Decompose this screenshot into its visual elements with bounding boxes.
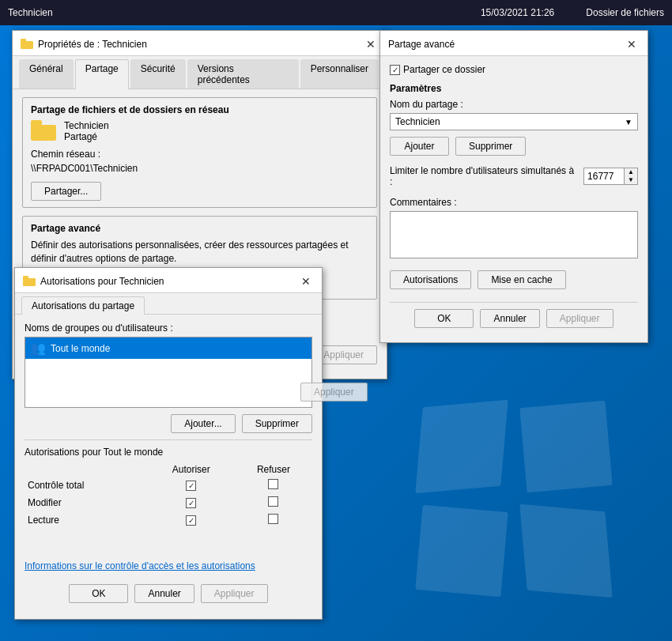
- lecture-autoriser-checkbox[interactable]: ✓: [186, 515, 196, 526]
- info-link-row: Informations sur le contrôle d'accès et …: [25, 560, 312, 571]
- comments-label: Commentaires :: [390, 197, 638, 208]
- share-name-dropdown[interactable]: Technicien ▼: [390, 113, 638, 130]
- folder-name: Technicien: [64, 120, 109, 131]
- partage-avance-dialog: Partage avancé ✕ ✓ Partager ce dossier P…: [379, 30, 648, 343]
- modifier-refuser-checkbox[interactable]: [268, 496, 278, 507]
- auth-cache-row: Autorisations Mise en cache: [390, 270, 638, 289]
- controle-total-autoriser-checkbox[interactable]: ✓: [186, 481, 196, 491]
- remove-share-button[interactable]: Supprimer: [455, 137, 526, 156]
- advanced-sharing-desc: Définir des autorisations personnalisées…: [31, 239, 368, 266]
- tab-securite[interactable]: Sécurité: [130, 59, 186, 89]
- lecture-refuser-checkbox[interactable]: [268, 514, 278, 524]
- spinner-up-button[interactable]: ▲: [625, 168, 637, 176]
- autorisations-close-button[interactable]: ✕: [296, 272, 315, 291]
- permissions-table: Autoriser Refuser Contrôle total ✓ Modif…: [25, 462, 312, 529]
- autorisations-tab-bar: Autorisations du partage: [15, 293, 322, 315]
- add-remove-row: Ajouter Supprimer: [390, 137, 638, 156]
- add-share-button[interactable]: Ajouter: [390, 137, 449, 156]
- perms-label-row: Autorisations pour Tout le monde: [25, 447, 312, 458]
- windows-logo-decoration: [419, 404, 609, 594]
- col-autoriser: Autoriser: [148, 462, 235, 477]
- share-button[interactable]: Partager...: [31, 182, 101, 201]
- remove-user-button[interactable]: Supprimer: [242, 414, 312, 433]
- table-row: Modifier ✓: [25, 494, 312, 511]
- spinner-down-button[interactable]: ▼: [625, 176, 637, 184]
- perms-label-user: Tout le monde: [104, 447, 163, 458]
- advanced-sharing-title: Partage avancé: [31, 223, 368, 234]
- share-checkbox[interactable]: ✓: [390, 65, 400, 75]
- properties-title: Propriétés de : Technicien: [38, 39, 361, 50]
- perms-label-prefix: Autorisations pour: [25, 447, 101, 458]
- taskbar-type: Dossier de fichiers: [586, 7, 664, 18]
- comments-textarea[interactable]: [390, 211, 638, 258]
- share-checkbox-text: Partager ce dossier: [403, 64, 485, 75]
- perm-modifier: Modifier: [25, 494, 148, 511]
- properties-tab-bar: Général Partage Sécurité Versions précéd…: [13, 56, 387, 89]
- table-row: Contrôle total ✓: [25, 477, 312, 494]
- perm-controle-total: Contrôle total: [25, 477, 148, 494]
- folder-title-icon: [21, 39, 33, 49]
- autorisations-dialog: Autorisations pour Technicien ✕ Autorisa…: [14, 267, 323, 620]
- share-checkbox-row: ✓ Partager ce dossier: [390, 64, 638, 75]
- overlap-apply-button[interactable]: Appliquer: [300, 383, 368, 402]
- perm-lecture: Lecture: [25, 511, 148, 529]
- taskbar-date: 15/03/2021 21:26: [481, 7, 554, 18]
- tab-general[interactable]: Général: [19, 59, 74, 89]
- autorisations-cancel-button[interactable]: Annuler: [134, 584, 194, 603]
- table-row: Lecture ✓: [25, 511, 312, 529]
- share-checkbox-label[interactable]: ✓ Partager ce dossier: [390, 64, 638, 75]
- taskbar: Technicien 15/03/2021 21:26 Dossier de f…: [0, 0, 672, 25]
- autorisations-titlebar: Autorisations pour Technicien ✕: [15, 268, 322, 293]
- partage-avance-ok-button[interactable]: OK: [414, 309, 474, 328]
- share-name-value: Technicien: [395, 116, 440, 127]
- folder-info: Technicien Partagé: [31, 120, 368, 142]
- autorisations-content: Noms de groupes ou d'utilisateurs : 👥 To…: [15, 315, 322, 619]
- partage-avance-titlebar: Partage avancé ✕: [380, 31, 647, 56]
- user-group-icon: 👥: [30, 341, 46, 356]
- info-link[interactable]: Informations sur le contrôle d'accès et …: [25, 560, 255, 571]
- partage-avance-cancel-button[interactable]: Annuler: [480, 309, 539, 328]
- modifier-autoriser-checkbox[interactable]: ✓: [186, 498, 196, 508]
- limit-spinner[interactable]: ▲ ▼: [583, 168, 638, 185]
- comments-section: Commentaires :: [390, 197, 638, 261]
- user-add-remove-row: Ajouter... Supprimer: [25, 414, 312, 433]
- col-permission: [25, 462, 148, 477]
- tab-partage[interactable]: Partage: [75, 59, 129, 89]
- share-name-label: Nom du partage :: [390, 99, 638, 110]
- chevron-down-icon: ▼: [625, 118, 632, 126]
- overlap-apply-area: Appliquer: [300, 383, 368, 402]
- folder-status: Partagé: [64, 131, 109, 142]
- limit-input[interactable]: [584, 168, 624, 184]
- share-name-section: Nom du partage : Technicien ▼: [390, 99, 638, 130]
- autorisations-ok-button[interactable]: OK: [69, 584, 128, 603]
- limit-label: Limiter le nombre d'utilisateurs simulta…: [390, 165, 577, 187]
- autorisations-apply-button[interactable]: Appliquer: [201, 584, 268, 603]
- partage-avance-close-button[interactable]: ✕: [622, 35, 641, 54]
- limit-row: Limiter le nombre d'utilisateurs simulta…: [390, 165, 638, 187]
- taskbar-meta: 15/03/2021 21:26 Dossier de fichiers: [481, 7, 664, 18]
- col-refuser: Refuser: [235, 462, 312, 477]
- sharing-section-title: Partage de fichiers et de dossiers en ré…: [31, 104, 368, 115]
- controle-total-refuser-checkbox[interactable]: [268, 479, 278, 489]
- user-list-item[interactable]: 👥 Tout le monde: [25, 337, 311, 359]
- properties-close-button[interactable]: ✕: [361, 35, 380, 54]
- folder-icon: [31, 120, 56, 141]
- mise-en-cache-button[interactable]: Mise en cache: [478, 270, 565, 289]
- tab-personnaliser[interactable]: Personnaliser: [300, 59, 379, 89]
- sharing-section: Partage de fichiers et de dossiers en ré…: [22, 97, 377, 208]
- partage-avance-title: Partage avancé: [388, 39, 622, 50]
- autorisations-btn-row: OK Annuler Appliquer: [25, 578, 312, 611]
- network-label: Chemin réseau :: [31, 149, 368, 160]
- groups-label: Noms de groupes ou d'utilisateurs :: [25, 322, 312, 334]
- tab-versions[interactable]: Versions précédentes: [187, 59, 299, 89]
- add-user-button[interactable]: Ajouter...: [171, 414, 235, 433]
- folder-auth-icon: [23, 276, 36, 286]
- partage-avance-apply-button[interactable]: Appliquer: [546, 309, 613, 328]
- spinner-buttons: ▲ ▼: [624, 168, 637, 184]
- autorisations-button[interactable]: Autorisations: [390, 270, 471, 289]
- tab-autorisations-partage[interactable]: Autorisations du partage: [21, 296, 145, 315]
- partage-avance-content: ✓ Partager ce dossier Paramètres Nom du …: [380, 56, 647, 342]
- user-list: 👥 Tout le monde: [25, 337, 312, 408]
- taskbar-title: Technicien: [8, 7, 53, 18]
- user-name: Tout le monde: [51, 343, 110, 354]
